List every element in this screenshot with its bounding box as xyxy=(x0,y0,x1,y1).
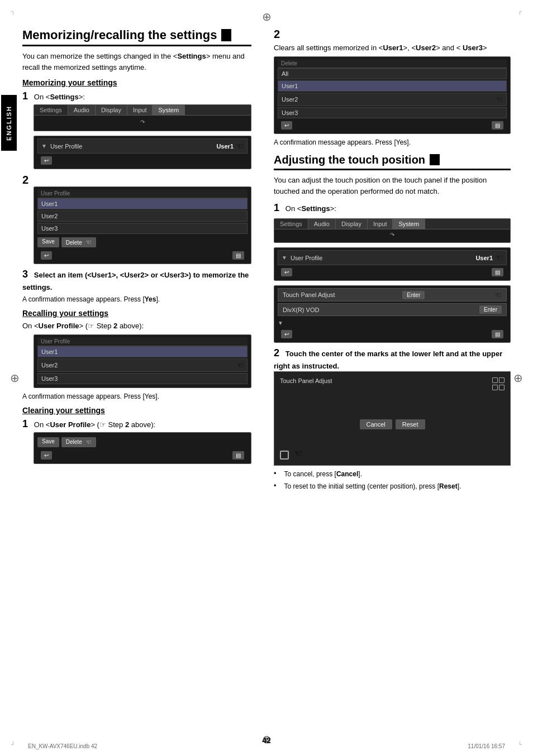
save-btn[interactable]: Save xyxy=(37,237,59,247)
delete-screenshot: Delete All User1 User2 ☜ User3 ↩ ▤ xyxy=(274,56,511,134)
adjust-user-profile-screenshot: ▼ User Profile User1 ☜ ↩ ▤ xyxy=(274,247,511,281)
step3-confirm: A confirmation message appears. Press [Y… xyxy=(22,295,251,303)
reg-mark-top: ⊕ xyxy=(262,10,272,23)
adjust-step2-number: 2 xyxy=(274,347,279,359)
section-intro: You can memorize the settings changed in… xyxy=(22,51,251,73)
left-section-title: Memorizing/recalling the settings xyxy=(22,28,251,46)
ui-bottom-bar-2: ↩ ▤ xyxy=(37,250,248,261)
clearing-delete-btn[interactable]: Delete ☜ xyxy=(61,437,96,447)
recall-user2-row: User2 ☜ xyxy=(37,358,248,372)
adjust-step1-text: On <Settings>: xyxy=(282,204,336,213)
tab-settings: Settings xyxy=(34,105,68,115)
delete-back-btn[interactable]: ↩ xyxy=(281,121,292,130)
user-profile-row: ▼ User Profile User1 ☜ xyxy=(37,138,248,154)
back-btn-2[interactable]: ↩ xyxy=(41,251,52,260)
user-profile-value: User1 xyxy=(216,143,234,150)
menu-btn[interactable]: ▤ xyxy=(232,251,244,260)
adjust-ui-tabs: Settings Audio Display Input System xyxy=(274,219,510,229)
step3-number: 3 xyxy=(22,269,28,280)
reset-btn[interactable]: Reset xyxy=(396,419,425,429)
recalling-heading: Recalling your settings xyxy=(22,309,251,318)
action-buttons-row: Cancel Reset xyxy=(278,419,507,429)
corner-mark-br: └ xyxy=(518,741,522,748)
step2-number-right: 2 xyxy=(274,28,280,40)
touch-panel-enter-btn-1[interactable]: Enter xyxy=(402,291,425,299)
clearing-save-btn[interactable]: Save xyxy=(37,437,59,447)
reg-mark-left: ⊕ xyxy=(10,371,20,385)
adjust-step2-text: Touch the center of the marks at the low… xyxy=(274,350,502,370)
tab-system[interactable]: System xyxy=(153,105,185,115)
delete-section-label: Delete xyxy=(278,59,507,68)
touch-panel-enter-btn-2[interactable]: Enter xyxy=(479,305,502,314)
delete-btn[interactable]: Delete ☜ xyxy=(61,237,96,247)
step1-block: 1 On <Settings>: xyxy=(22,90,251,104)
adjust-user-profile-label: User Profile xyxy=(291,255,476,261)
clearing-screenshot: Save Delete ☜ ↩ ▤ xyxy=(34,432,251,464)
adjust-intro: You can adjust the touch position on the… xyxy=(274,175,511,197)
step2-intro-right: Clears all settings memorized in <User1>… xyxy=(274,43,511,53)
step3-block: 3 Select an item (<User1>, <User2> or <U… xyxy=(22,269,251,303)
user-profile-screenshot: ▼ User Profile User1 ☜ ↩ xyxy=(34,136,251,169)
touch-panel-label-2: DivX(R) VOD xyxy=(283,307,319,313)
section-title-text: Memorizing/recalling the settings xyxy=(22,28,217,42)
adjust-bottom-bar: ↩ ▤ xyxy=(278,266,507,278)
recalling-text: On <User Profile> (☞ Step 2 above): xyxy=(22,321,251,331)
touch-panel-bottom-bar: ↩ ▤ xyxy=(278,328,507,340)
adjust-tabs-screenshot: Settings Audio Display Input System ↷ xyxy=(274,218,511,243)
recalling-confirm: A confirmation message appears. Press [Y… xyxy=(22,393,251,400)
adjust-menu-btn[interactable]: ▤ xyxy=(492,268,503,276)
recalling-section-label: User Profile xyxy=(37,337,248,346)
adjust-tab-input: Input xyxy=(368,219,393,229)
step3-text: Select an item (<User1>, <User2> or <Use… xyxy=(22,271,249,291)
touch-panel-back-btn[interactable]: ↩ xyxy=(281,330,292,338)
ui-bottom-bar: ↩ xyxy=(37,155,248,166)
clearing-menu-btn[interactable]: ▤ xyxy=(232,451,244,460)
clearing-back-btn[interactable]: ↩ xyxy=(41,451,52,460)
back-button[interactable]: ↩ xyxy=(41,156,52,165)
adjust-step2-block: 2 Touch the center of the marks at the l… xyxy=(274,347,511,371)
touch-panel-menu-btn[interactable]: ▤ xyxy=(492,330,503,338)
main-content: ENGLISH Memorizing/recalling the setting… xyxy=(22,28,511,728)
language-label: ENGLISH xyxy=(6,106,12,141)
page-number: 42 xyxy=(262,736,271,745)
tab-display: Display xyxy=(96,105,127,115)
ui-body: ↷ xyxy=(34,116,251,131)
touch-hand-recall: ☜ xyxy=(236,361,244,370)
delete-user1-row: User1 xyxy=(278,80,507,92)
step1-text: On <Settings>: xyxy=(30,93,85,101)
step2-block-right: 2 xyxy=(274,28,511,41)
delete-all-row: All xyxy=(278,68,507,79)
adjust-title-block xyxy=(430,154,440,165)
touch-panel-row-1: Touch Panel Adjust Enter ☜ xyxy=(278,288,507,302)
delete-menu-btn[interactable]: ▤ xyxy=(492,121,503,130)
touch-adjust-final-screen: Touch Panel Adjust Cancel Reset xyxy=(274,371,511,466)
bullet-points: • To cancel, press [Cancel]. • To reset … xyxy=(274,469,511,491)
adjust-tab-system[interactable]: System xyxy=(393,219,425,229)
tab-input: Input xyxy=(127,105,153,115)
corner-mark-bl: ┘ xyxy=(11,741,15,748)
step2-block-left: 2 xyxy=(22,174,251,186)
corner-mark-tr: ┌ xyxy=(518,8,522,15)
file-info-left: EN_KW-AVX746EU.indb 42 xyxy=(28,743,97,749)
touch-panel-row-2: DivX(R) VOD Enter xyxy=(278,303,507,316)
clearing-bottom-bar: ↩ ▤ xyxy=(37,449,248,461)
adjust-back-btn[interactable]: ↩ xyxy=(281,268,292,276)
user-profile-list-screenshot: User Profile User1 User2 User3 Save Dele… xyxy=(34,186,251,264)
adjust-tab-display: Display xyxy=(336,219,368,229)
file-info-right: 11/01/16 16:57 xyxy=(468,743,505,749)
adjust-tab-audio: Audio xyxy=(308,219,336,229)
user1-row: User1 xyxy=(37,198,248,209)
touch-panel-adjust-screenshot: Touch Panel Adjust Enter ☜ DivX(R) VOD E… xyxy=(274,285,511,343)
ui-tabs-row: Settings Audio Display Input System xyxy=(34,105,251,116)
recall-user3-row: User3 xyxy=(37,373,248,384)
left-column: ENGLISH Memorizing/recalling the setting… xyxy=(22,28,263,728)
touch-hand-adjust: ☜ xyxy=(495,252,503,263)
touch-hand-icon: ☜ xyxy=(236,141,244,151)
adjust-step1-number: 1 xyxy=(274,202,279,214)
bullet-item-cancel: • To cancel, press [Cancel]. xyxy=(274,469,511,480)
touch-panel-label-1: Touch Panel Adjust xyxy=(283,291,335,298)
tab-audio: Audio xyxy=(68,105,96,115)
cancel-btn[interactable]: Cancel xyxy=(360,419,392,429)
corner-mark-tl: ┐ xyxy=(11,8,15,15)
recall-user1-row: User1 xyxy=(37,346,248,357)
